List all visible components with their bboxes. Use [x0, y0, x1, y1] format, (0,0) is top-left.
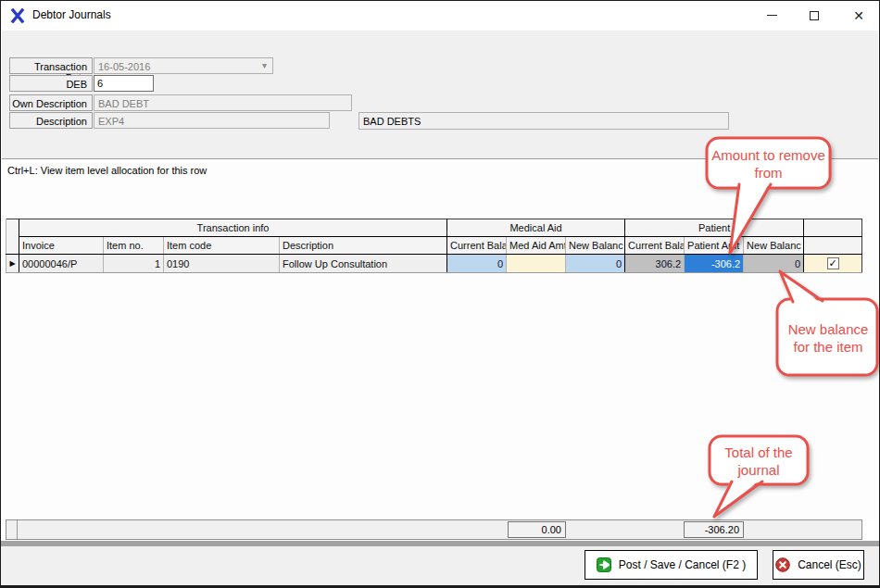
- own-description-label: Own Description: [9, 94, 93, 111]
- description-code-field: EXP4: [94, 112, 330, 129]
- header-include-checkbox: [804, 237, 862, 255]
- cell-patient-amt-selected[interactable]: -306.2: [685, 255, 744, 273]
- row-selector-cell[interactable]: ▶: [6, 255, 19, 273]
- grid-panel: Ctrl+L: View item level allocation for t…: [2, 160, 878, 519]
- header-med-aid-amt: Med Aid Amt: [507, 237, 566, 255]
- group-medical-aid: Medical Aid: [447, 219, 625, 237]
- cancel-button[interactable]: Cancel (Esc): [773, 550, 864, 580]
- include-checkbox[interactable]: ✓: [827, 257, 839, 269]
- minimize-icon: [767, 15, 777, 16]
- row-marker-icon: ▶: [9, 255, 16, 272]
- journal-total: -306.20: [684, 521, 744, 538]
- cell-invoice[interactable]: 00000046/P: [19, 255, 104, 273]
- header-invoice: Invoice: [19, 237, 104, 255]
- cell-pt-new-balance[interactable]: 0: [744, 255, 804, 273]
- cell-item-no[interactable]: 1: [104, 255, 164, 273]
- minimize-button[interactable]: [757, 2, 786, 29]
- button-bar: Post / Save / Cancel (F2 ) Cancel (Esc): [1, 546, 879, 586]
- header-ma-new-balance: New Balanc: [566, 237, 625, 255]
- group-patient: Patient: [625, 219, 804, 237]
- cell-description[interactable]: Follow Up Consultation: [280, 255, 447, 273]
- header-pt-new-balance: New Balanc: [744, 237, 804, 255]
- med-aid-total: 0.00: [508, 521, 566, 538]
- description-label: Description: [9, 112, 93, 129]
- transaction-date-label: Transaction Date: [9, 57, 93, 74]
- cell-include: ✓: [804, 255, 862, 273]
- cell-ma-new-balance[interactable]: 0: [566, 255, 625, 273]
- post-arrow-icon: [597, 557, 611, 572]
- debtor-journals-window: Debtor Journals ✕ Transaction Date 16-05…: [0, 0, 880, 588]
- header-item-no: Item no.: [104, 237, 164, 255]
- header-pt-current-balance: Current Bala: [625, 237, 685, 255]
- cell-item-code[interactable]: 0190: [164, 255, 280, 273]
- maximize-icon: [810, 11, 819, 20]
- hint-text: Ctrl+L: View item level allocation for t…: [7, 165, 207, 176]
- post-button-label: Post / Save / Cancel (F2 ): [619, 558, 746, 571]
- deb-input[interactable]: [94, 75, 154, 92]
- app-icon: [10, 8, 25, 23]
- journal-grid: Transaction info Medical Aid Patient Inv…: [6, 219, 862, 273]
- journal-form: Transaction Date 16-05-2016 ▾ DEB Own De…: [2, 31, 878, 159]
- cell-ma-current-balance[interactable]: 0: [447, 255, 507, 273]
- chevron-down-icon: ▾: [262, 60, 267, 70]
- title-bar: Debtor Journals ✕: [1, 1, 879, 31]
- header-ma-current-balance: Current Bala: [447, 237, 507, 255]
- check-icon: ✓: [828, 257, 836, 269]
- totals-selector-cell: [6, 520, 18, 539]
- selector-header-cell: [6, 219, 19, 255]
- own-description-field: BAD DEBT: [94, 94, 352, 111]
- description-name-field: BAD DEBTS: [358, 112, 729, 130]
- header-patient-amt: Patient Amt: [685, 237, 744, 255]
- header-description: Description: [280, 237, 447, 255]
- close-icon: ✕: [853, 8, 864, 23]
- maximize-button[interactable]: [799, 2, 829, 29]
- table-row: ▶ 00000046/P 1 0190 Follow Up Consultati…: [6, 255, 862, 273]
- cancel-button-label: Cancel (Esc): [798, 558, 861, 571]
- group-transaction-info: Transaction info: [19, 219, 447, 237]
- transaction-date-combo: 16-05-2016 ▾: [94, 57, 273, 74]
- cancel-x-icon: [775, 557, 790, 572]
- window-title: Debtor Journals: [32, 8, 111, 21]
- group-checkbox: [804, 219, 862, 237]
- cell-pt-current-balance[interactable]: 306.2: [625, 255, 685, 273]
- header-item-code: Item code: [164, 237, 280, 255]
- close-button[interactable]: ✕: [844, 2, 874, 29]
- deb-label: DEB: [9, 75, 93, 92]
- post-save-cancel-button[interactable]: Post / Save / Cancel (F2 ): [585, 550, 758, 580]
- cell-med-aid-amt[interactable]: [507, 255, 566, 273]
